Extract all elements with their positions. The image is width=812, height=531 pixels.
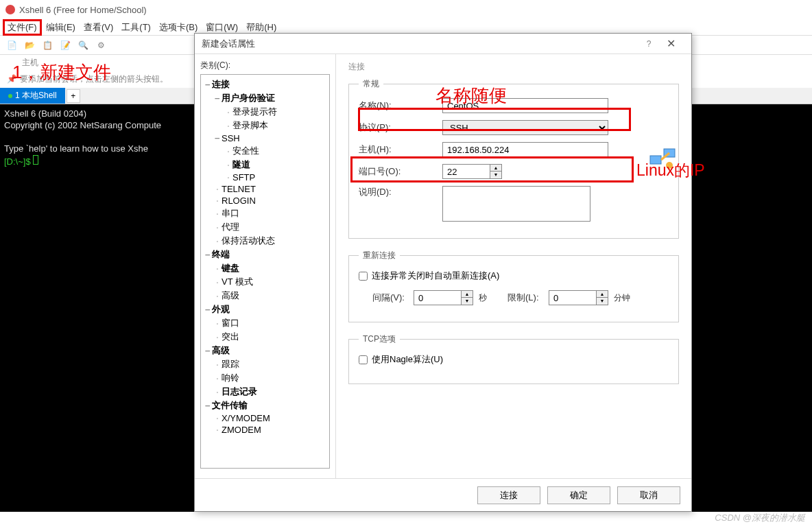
new-icon[interactable]: 📄 <box>5 39 18 51</box>
props-icon[interactable]: ⚙ <box>95 39 107 51</box>
tree-node[interactable]: ·代理 <box>202 220 328 234</box>
tree-node[interactable]: −SSH <box>202 132 328 144</box>
app-logo-icon <box>5 5 15 14</box>
tree-node[interactable]: ·登录脚本 <box>202 119 328 132</box>
tree-node[interactable]: −高级 <box>202 344 328 357</box>
tree-node[interactable]: −用户身份验证 <box>202 91 328 105</box>
form-column: 连接 常规 名称(N): 协议(P): SSH 主机(H): 端口号(O): <box>336 54 691 478</box>
open-icon[interactable]: 📂 <box>23 39 36 51</box>
host-input[interactable] <box>442 142 608 157</box>
general-legend: 常规 <box>359 78 383 90</box>
dialog-titlebar: 新建会话属性 ? ✕ <box>195 34 691 54</box>
min-unit: 分钟 <box>614 292 630 304</box>
section-header: 连接 <box>348 61 679 73</box>
tree-node[interactable]: ·键盘 <box>202 261 328 275</box>
connect-button[interactable]: 连接 <box>477 486 540 504</box>
copy-icon[interactable]: 📋 <box>41 39 53 51</box>
annotation-ip: Linux的IP <box>636 160 705 181</box>
interval-label: 间隔(V): <box>372 292 414 304</box>
tree-node[interactable]: ·串口 <box>202 206 328 220</box>
dialog-title: 新建会话属性 <box>202 38 641 50</box>
tree-node[interactable]: ·隧道 <box>202 158 328 172</box>
tree-node[interactable]: ·日志记录 <box>202 385 328 399</box>
tree-node[interactable]: ·高级 <box>202 289 328 303</box>
protocol-select[interactable]: SSH <box>442 120 608 135</box>
tree-node[interactable]: −文件传输 <box>202 399 328 412</box>
nagle-checkbox[interactable] <box>359 355 368 364</box>
cursor-icon <box>33 155 38 165</box>
limit-label: 限制(L): <box>508 292 549 304</box>
category-tree[interactable]: −连接−用户身份验证·登录提示符·登录脚本−SSH·安全性·隧道·SFTP·TE… <box>200 74 330 469</box>
tree-node[interactable]: ·保持活动状态 <box>202 234 328 248</box>
dialog-buttons: 连接 确定 取消 <box>195 478 691 511</box>
category-column: 类别(C): −连接−用户身份验证·登录提示符·登录脚本−SSH·安全性·隧道·… <box>195 54 336 478</box>
paste-icon[interactable]: 📝 <box>59 39 71 51</box>
tree-node[interactable]: ·TELNET <box>202 183 328 195</box>
tab-label: 1 本地Shell <box>15 90 57 102</box>
menu-file[interactable]: 文件(F) <box>3 19 42 36</box>
tree-node[interactable]: ·窗口 <box>202 316 328 330</box>
auto-reconnect-checkbox[interactable] <box>359 272 368 281</box>
protocol-label: 协议(P): <box>359 121 442 134</box>
tree-node[interactable]: −外观 <box>202 303 328 316</box>
tree-node[interactable]: ·突出 <box>202 330 328 344</box>
interval-spinner[interactable]: ▲▼ <box>462 290 473 305</box>
term-l3: Type `help' to learn how to use Xshe <box>4 143 148 154</box>
cancel-button[interactable]: 取消 <box>617 486 680 504</box>
nagle-label: 使用Nagle算法(U) <box>372 353 443 366</box>
reconnect-legend: 重新连接 <box>359 250 400 261</box>
sec-unit: 秒 <box>479 292 487 304</box>
desc-label: 说明(D): <box>359 186 442 198</box>
spin-down-icon: ▼ <box>490 172 501 178</box>
close-button[interactable]: ✕ <box>657 37 684 50</box>
search-icon[interactable]: 🔍 <box>77 39 89 51</box>
tree-node[interactable]: ·VT 模式 <box>202 275 328 289</box>
tree-node[interactable]: ·登录提示符 <box>202 105 328 119</box>
watermark: CSDN @深夜的潜水艇 <box>715 512 805 524</box>
tree-node[interactable]: ·RLOGIN <box>202 195 328 206</box>
port-input[interactable] <box>442 164 490 179</box>
title-bar: Xshell 6 (Free for Home/School) <box>0 0 812 19</box>
help-button[interactable]: ? <box>641 39 657 49</box>
tab-local-shell[interactable]: 1 本地Shell <box>0 88 65 104</box>
annotation-name: 名称随便 <box>435 84 507 108</box>
window-title: Xshell 6 (Free for Home/School) <box>19 5 147 15</box>
interval-input[interactable] <box>414 290 462 305</box>
name-label: 名称(N): <box>359 99 442 112</box>
tree-node[interactable]: ·X/YMODEM <box>202 412 328 424</box>
status-dot-icon <box>8 94 12 98</box>
desc-textarea[interactable] <box>442 186 590 222</box>
tree-node[interactable]: ·ZMODEM <box>202 424 328 436</box>
auto-reconnect-label: 连接异常关闭时自动重新连接(A) <box>372 270 499 282</box>
term-l1: Xshell 6 (Build 0204) <box>4 108 86 119</box>
tree-node[interactable]: −终端 <box>202 248 328 261</box>
term-prompt: [D:\~]$ <box>4 156 33 167</box>
menu-tools[interactable]: 工具(T) <box>117 20 155 35</box>
tab-add-button[interactable]: + <box>67 89 80 103</box>
limit-spinner[interactable]: ▲▼ <box>597 290 608 305</box>
tree-node[interactable]: ·SFTP <box>202 172 328 183</box>
menu-view[interactable]: 查看(V) <box>80 20 117 35</box>
tree-node[interactable]: ·响铃 <box>202 371 328 385</box>
term-l2: Copyright (c) 2002 NetSarang Compute <box>4 120 161 130</box>
tcp-group: TCP选项 使用Nagle算法(U) <box>348 333 679 384</box>
port-label: 端口号(O): <box>359 165 442 178</box>
general-group: 常规 名称(N): 协议(P): SSH 主机(H): 端口号(O): <box>348 78 679 239</box>
tcp-legend: TCP选项 <box>359 333 400 345</box>
menu-edit[interactable]: 编辑(E) <box>42 20 80 35</box>
port-spinner[interactable]: ▲▼ <box>490 164 502 179</box>
category-label: 类别(C): <box>200 60 330 71</box>
limit-input[interactable] <box>549 290 597 305</box>
annotation-new-file: 1，新建文件 <box>12 60 111 84</box>
ok-button[interactable]: 确定 <box>547 486 610 504</box>
reconnect-group: 重新连接 连接异常关闭时自动重新连接(A) 间隔(V): ▲▼ 秒 限制(L): <box>348 250 679 322</box>
tree-node[interactable]: ·跟踪 <box>202 357 328 371</box>
tree-node[interactable]: ·安全性 <box>202 144 328 158</box>
spin-up-icon: ▲ <box>490 165 501 172</box>
tree-node[interactable]: −连接 <box>202 78 328 91</box>
host-label: 主机(H): <box>359 143 442 156</box>
